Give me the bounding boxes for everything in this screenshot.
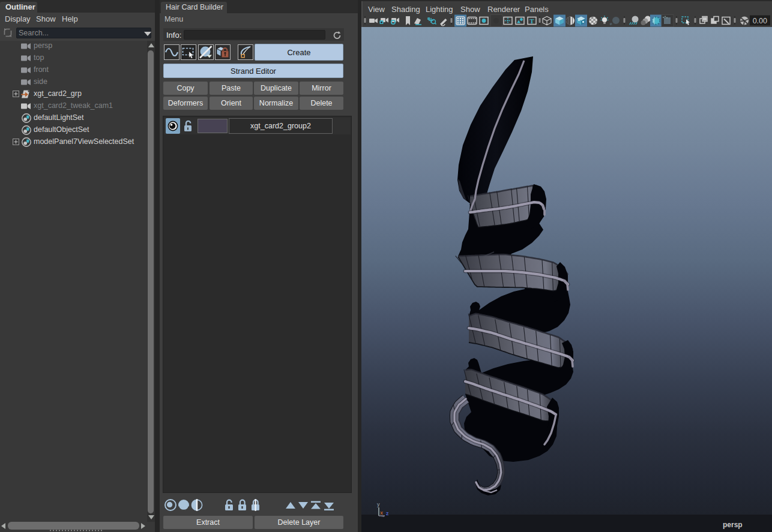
svg-text:y: y xyxy=(377,501,380,507)
svg-text:x: x xyxy=(380,510,383,516)
svg-text:z: z xyxy=(386,510,389,516)
svg-text:T: T xyxy=(529,17,534,25)
svg-text:0.00: 0.00 xyxy=(753,17,767,25)
